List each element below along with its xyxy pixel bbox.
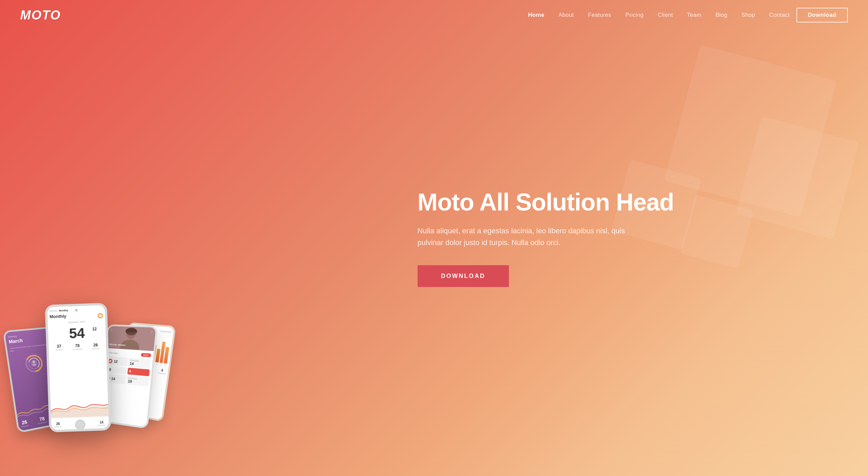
hero-section: MOTO Home About Features Pricing Client …: [0, 0, 868, 476]
nav-item-shop[interactable]: Shop: [741, 12, 755, 19]
nav-item-about[interactable]: About: [558, 12, 574, 19]
nav-item-client[interactable]: Client: [658, 12, 673, 19]
phone1-stat-1: 26 Browse: [21, 419, 29, 428]
circle-chart: [23, 352, 45, 375]
calendar-grid: 12 Overdue 14 19 4 14: [104, 356, 151, 386]
phone-monthly: Weekly Monthly Monthly JANUARY 2015 54 1…: [45, 303, 111, 432]
nav-link-pricing[interactable]: Pricing: [625, 12, 644, 18]
phone3-prev: February: [107, 351, 118, 355]
phone2-small-num: 12: [92, 327, 97, 331]
nav-link-contact[interactable]: Contact: [769, 12, 790, 18]
profile-section: ⌕ ≡ Nicole James: [106, 326, 156, 351]
nav-item-team[interactable]: Team: [687, 12, 702, 19]
nav-item-contact[interactable]: Contact: [769, 12, 790, 19]
phones-container: Weekly March Quisit denimly litik more c…: [0, 27, 175, 431]
nav-links: Home About Features Pricing Client Team …: [528, 12, 790, 19]
phone2-title: Monthly: [50, 313, 66, 319]
profile-avatar: [106, 326, 156, 351]
nav-link-client[interactable]: Client: [658, 12, 673, 18]
nav-link-features[interactable]: Features: [588, 12, 611, 18]
phone3-btn: Next: [141, 353, 152, 358]
phone2-stats: 37 Browse 78 Completed 26 Browse: [51, 343, 104, 351]
brand-logo[interactable]: MOTO: [20, 8, 61, 23]
nav-link-team[interactable]: Team: [687, 12, 702, 18]
phone1-stat-2: 78 Completed: [37, 416, 48, 425]
monthly-wave: [51, 393, 108, 418]
nav-item-home[interactable]: Home: [528, 12, 544, 19]
nav-item-pricing[interactable]: Pricing: [625, 12, 644, 19]
nav-link-about[interactable]: About: [558, 12, 574, 18]
nav-link-home[interactable]: Home: [528, 12, 544, 18]
nav-link-blog[interactable]: Blog: [715, 12, 727, 18]
nav-item-blog[interactable]: Blog: [715, 12, 727, 19]
hero-download-button[interactable]: DOWNLOAD: [417, 265, 509, 287]
nav-item-features[interactable]: Features: [588, 12, 611, 19]
phone2-date: JANUARY 2015: [50, 320, 103, 325]
nav-download-button[interactable]: Download: [797, 8, 848, 23]
search-icon: ⌕: [151, 330, 153, 333]
hero-subtitle: Nulla aliquet, erat a egestas lacinia, l…: [417, 225, 646, 248]
navbar: MOTO Home About Features Pricing Client …: [0, 0, 868, 30]
phone2-big-num: 54: [69, 325, 85, 342]
hero-content: Moto All Solution Head Nulla aliquet, er…: [391, 0, 868, 476]
phone1-body: Quisit denimly litik more complicated wi…: [10, 343, 53, 353]
nav-link-shop[interactable]: Shop: [741, 12, 755, 18]
hero-title: Moto All Solution Head: [417, 189, 841, 215]
